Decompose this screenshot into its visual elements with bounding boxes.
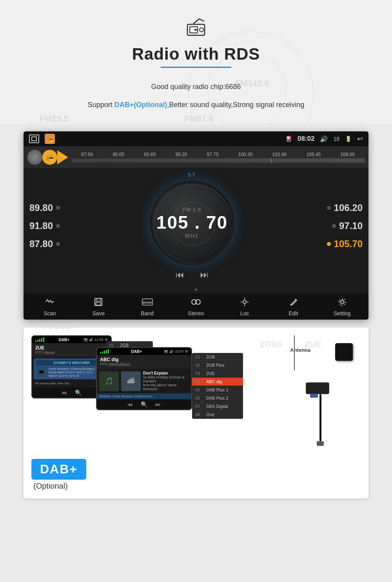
- optional-text: (Optional): [33, 482, 68, 491]
- preset-left-item-3[interactable]: 87.80: [29, 238, 76, 249]
- description-1: Good quality radio chip:6686: [8, 80, 384, 94]
- preset-left-dot-1: [56, 206, 60, 210]
- ch2-8-num: 08: [195, 412, 204, 417]
- radio-main: 89.80 91.80 87.80 ST: [24, 168, 368, 284]
- preset-right-item-2[interactable]: 97.10: [332, 220, 363, 231]
- ch2-1-name: 2GB: [206, 355, 215, 359]
- scan-icon: [44, 297, 55, 309]
- toolbar-band-label: Band: [141, 310, 154, 316]
- page-title: Radio with RDS: [8, 45, 384, 64]
- svg-rect-5: [194, 29, 197, 31]
- dial-center-display: FM 1-6 105 . 70 MHz: [156, 207, 228, 239]
- radio-screen-wrapper: 📻 🎴 08:02 🔊 18 🔋 ↩ 📻: [24, 131, 368, 320]
- antenna-section: Antenna: [282, 335, 361, 445]
- dab-phone2-weather: Weather: A few showers. Chance thun...: [97, 393, 191, 399]
- toolbar-setting[interactable]: Setting: [327, 297, 358, 316]
- toolbar-edit[interactable]: Edit: [278, 297, 309, 316]
- radio-icon-wrapper: [8, 16, 384, 41]
- ruler-label-3: 92.65: [144, 152, 156, 157]
- ch2-item-4[interactable]: 04 ABC dig: [192, 378, 243, 386]
- next-button[interactable]: ⏭: [200, 270, 209, 280]
- toolbar-loc[interactable]: Loc: [229, 297, 260, 316]
- dab-phone1-status: DAB+ 📷 🔊 11:55 ⚙: [32, 336, 111, 343]
- ruler-label-2: 90.05: [113, 152, 124, 157]
- preset-left-item-1[interactable]: 89.80: [29, 202, 76, 213]
- phone1-search-icon[interactable]: 🔍: [75, 389, 82, 396]
- phone1-app: DAB+: [58, 338, 69, 342]
- phone1-pty: PTY:Varied: [35, 351, 55, 355]
- svg-line-3: [194, 19, 199, 24]
- freq-logo-circle: [27, 150, 42, 165]
- ch2-item-6[interactable]: 06 DAB Plus 2: [192, 394, 243, 402]
- status-left: 📻: [29, 134, 55, 144]
- phone2-prev-icon[interactable]: ⏮: [127, 401, 133, 407]
- temps-text: NOW MAX N CITY 18.6°C 21°C: [49, 371, 97, 374]
- phone1-prev-icon[interactable]: ⏮: [62, 389, 67, 396]
- st-label: ST: [188, 172, 197, 178]
- phone1-time: 11:55: [94, 338, 103, 342]
- phone2-next-icon[interactable]: ⏭: [155, 401, 161, 407]
- ruler-label-8: 105.45: [306, 152, 321, 157]
- ch2-3-name: 2UE: [206, 371, 214, 376]
- toolbar-scan-label: Scan: [44, 310, 56, 316]
- freq-logo: 📻: [27, 150, 68, 165]
- ch2-item-2[interactable]: 02 2GB Plus: [192, 361, 243, 369]
- ch2-7-num: 07: [195, 404, 204, 409]
- toolbar-setting-label: Setting: [334, 310, 351, 316]
- preset-left-item-2[interactable]: 91.80: [29, 220, 76, 231]
- dab-phone2-status: DAB+ 📷 🔊 10:07 ⚙: [97, 348, 191, 355]
- home-button[interactable]: [29, 135, 39, 143]
- dab-badge: DAB+: [31, 459, 86, 480]
- ruler-label-7: 102.90: [272, 152, 287, 157]
- phone2-app: DAB+: [131, 349, 142, 354]
- preset-left-dot-2: [56, 224, 60, 228]
- ch2-8-name: One: [206, 412, 214, 417]
- dab-screens: DAB+ 📷 🔊 11:55 ⚙ 2UE PTY:Varied: [31, 335, 274, 453]
- ch2-4-num: 04: [195, 379, 204, 384]
- status-right: 🎴 08:02 🔊 18 🔋 ↩: [285, 135, 363, 143]
- ch2-item-1[interactable]: 01 2GB: [192, 353, 243, 361]
- toolbar-scan[interactable]: Scan: [34, 297, 65, 316]
- toolbar-band[interactable]: BAND Band: [132, 297, 163, 316]
- phone2-search-icon[interactable]: 🔍: [141, 401, 147, 407]
- phone2-time: 10:07: [175, 349, 184, 353]
- ruler-labels: 87.50 90.05 92.65 95.20 97.75 100.30 102…: [71, 152, 365, 157]
- toolbar-stereo[interactable]: Stereo: [180, 297, 212, 316]
- dab-phone2-art-row: 🎵 🏙 Don't Explain by Billie Holiday (Dzi…: [97, 369, 191, 393]
- dab-phone2-controls: ⏮ 🔍 ⏭: [97, 399, 191, 409]
- band-icon: BAND: [142, 297, 153, 309]
- toolbar-save[interactable]: Save: [83, 297, 114, 316]
- preset-left-dot-3: [56, 242, 60, 246]
- ch2-5-name: DAB Plus 1: [206, 387, 228, 392]
- preset-right-item-3[interactable]: 105.70: [327, 238, 363, 249]
- ch2-item-3[interactable]: 03 2UE: [192, 369, 243, 378]
- ch2-1-num: 01: [195, 355, 204, 359]
- radio-app-icon[interactable]: 📻: [45, 134, 55, 144]
- dial-container: FM 1-6 105 . 70 MHz: [149, 180, 235, 266]
- battery-level: 18: [333, 136, 339, 142]
- antenna-label: Antenna: [290, 347, 310, 353]
- ruler-area: 87.50 90.05 92.65 95.20 97.75 100.30 102…: [71, 152, 365, 163]
- svg-point-24: [341, 300, 344, 304]
- ruler-label-5: 97.75: [207, 152, 219, 157]
- ruler-label-6: 100.30: [238, 152, 253, 157]
- svg-text:BAND: BAND: [143, 301, 152, 304]
- dab-phone-2: DAB+ 📷 🔊 10:07 ⚙ ABC dig PTY:OthersMusic: [96, 347, 192, 410]
- stereo-icon: [191, 297, 201, 309]
- toolbar-loc-label: Loc: [240, 310, 249, 316]
- preset-right-item-1[interactable]: 106.20: [327, 202, 363, 213]
- dial-unit: MHz: [156, 233, 228, 239]
- phone2-pty: PTY:OthersMusic: [100, 362, 131, 367]
- ch2-item-8[interactable]: 08 One: [192, 411, 243, 419]
- preset-left: 89.80 91.80 87.80: [27, 198, 78, 253]
- west-text: WEST 16.9°C 22°C B: [49, 374, 97, 378]
- bg-dab-text-4: FY1GE+: [43, 327, 76, 331]
- preset-right-freq-2: 97.10: [339, 220, 363, 231]
- preset-left-freq-3: 87.80: [29, 238, 53, 249]
- prev-button[interactable]: ⏮: [176, 270, 184, 280]
- back-button[interactable]: ↩: [357, 135, 363, 143]
- ch2-item-7[interactable]: 07 SBS Digital: [192, 402, 243, 411]
- save-icon: [94, 297, 103, 309]
- ch2-item-5[interactable]: 05 DAB Plus 1: [192, 386, 243, 394]
- svg-point-17: [243, 300, 246, 304]
